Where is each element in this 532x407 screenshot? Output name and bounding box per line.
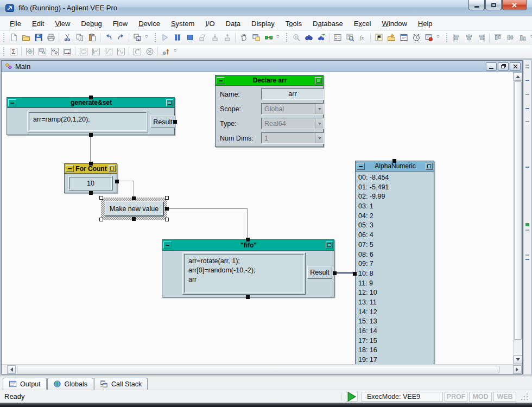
node-titlebar[interactable]: Declare arr bbox=[216, 75, 323, 86]
node-open-button[interactable] bbox=[166, 99, 173, 106]
cut-icon[interactable] bbox=[61, 31, 73, 43]
user-function-icon[interactable] bbox=[36, 46, 48, 58]
view-terminals-icon[interactable] bbox=[250, 31, 262, 43]
data-in-pin[interactable] bbox=[353, 272, 357, 276]
formula-expression-field[interactable]: arr=ramp(20,1,20); bbox=[29, 112, 147, 131]
dropdown-arrow-icon[interactable] bbox=[315, 104, 324, 114]
stop-icon[interactable] bbox=[183, 31, 196, 43]
horizontal-scrollbar[interactable] bbox=[2, 364, 522, 374]
dialog-form-icon[interactable] bbox=[397, 31, 410, 43]
menu-view[interactable]: View bbox=[49, 17, 75, 30]
zoom-tool-icon[interactable] bbox=[290, 31, 302, 43]
pan-hand-icon[interactable] bbox=[237, 31, 250, 43]
timer-clock-icon[interactable] bbox=[410, 31, 422, 43]
node-open-button[interactable] bbox=[426, 163, 433, 170]
close-button[interactable] bbox=[502, 0, 527, 10]
paste-icon[interactable] bbox=[86, 31, 98, 43]
step-out-icon[interactable] bbox=[221, 31, 233, 43]
result-data-pin[interactable] bbox=[173, 120, 177, 124]
sequence-in-pin[interactable] bbox=[132, 196, 136, 200]
dropdown-arrow-icon[interactable] bbox=[315, 118, 324, 129]
tab-output[interactable]: Output bbox=[3, 378, 47, 390]
node-titlebar[interactable]: "fifo" bbox=[162, 240, 334, 251]
dialog-box-icon[interactable] bbox=[61, 46, 73, 58]
data-out-pin[interactable] bbox=[165, 207, 169, 211]
dropdown-arrow-icon[interactable] bbox=[315, 133, 324, 143]
copy-icon[interactable] bbox=[73, 31, 86, 43]
scroll-down-button[interactable] bbox=[514, 355, 522, 364]
open-folder-icon[interactable] bbox=[20, 31, 32, 43]
options-list-icon[interactable] bbox=[331, 31, 344, 43]
step-over-icon[interactable] bbox=[196, 31, 208, 43]
sequence-out-pin[interactable] bbox=[89, 133, 93, 137]
align-middle-icon[interactable] bbox=[504, 31, 516, 43]
align-right-icon[interactable] bbox=[475, 31, 487, 43]
result-output-terminal[interactable]: Result bbox=[150, 116, 175, 128]
vertical-scrollbar[interactable] bbox=[513, 72, 522, 364]
menu-tools[interactable]: Tools bbox=[280, 17, 307, 30]
formula-node-fifo[interactable]: "fifo" arr=rotate(arr, 1);arr[0]=random(… bbox=[162, 239, 334, 297]
user-object-icon[interactable] bbox=[23, 46, 36, 58]
save-icon[interactable] bbox=[32, 31, 45, 43]
scope-dropdown[interactable]: Global bbox=[261, 103, 324, 115]
selection-handle[interactable] bbox=[165, 196, 169, 200]
toolbar-overflow-chevron-icon[interactable] bbox=[172, 46, 180, 58]
sequence-in-pin[interactable] bbox=[89, 96, 93, 99]
make-new-value-label[interactable]: Make new value bbox=[105, 201, 163, 216]
sequence-in-pin[interactable] bbox=[392, 159, 396, 163]
formula-icon[interactable]: Σ bbox=[7, 46, 20, 58]
toolbar-grip[interactable] bbox=[3, 33, 5, 42]
run-icon[interactable] bbox=[159, 31, 171, 43]
minimize-button[interactable] bbox=[468, 0, 485, 10]
result-output-terminal[interactable]: Result bbox=[307, 266, 332, 279]
node-minimize-button[interactable] bbox=[66, 165, 74, 172]
bookmark-flag-icon[interactable] bbox=[372, 31, 385, 43]
variable-name-input[interactable]: arr bbox=[261, 88, 324, 100]
node-minimize-button[interactable] bbox=[357, 163, 365, 170]
menu-database[interactable]: Database bbox=[307, 17, 349, 30]
declare-variable-node[interactable]: Declare arr Name: arr Scope: Gl bbox=[215, 75, 324, 147]
scroll-right-button[interactable] bbox=[513, 365, 522, 374]
menu-device[interactable]: Device bbox=[133, 17, 166, 30]
mod-toggle[interactable]: MOD bbox=[469, 392, 492, 402]
main-window-titlebar[interactable]: Main bbox=[2, 61, 522, 72]
sequence-out-pin[interactable] bbox=[246, 295, 250, 299]
tab-call-stack[interactable]: Call Stack bbox=[94, 378, 148, 390]
selection-handle[interactable] bbox=[99, 196, 103, 200]
align-left-icon[interactable] bbox=[450, 31, 463, 43]
print-icon[interactable] bbox=[45, 31, 57, 43]
web-page-icon[interactable] bbox=[422, 31, 435, 43]
tab-globals[interactable]: Globals bbox=[47, 378, 93, 390]
find-in-files-icon[interactable] bbox=[344, 31, 356, 43]
x-vs-y-icon[interactable] bbox=[102, 46, 115, 58]
find-next-icon[interactable] bbox=[315, 31, 327, 43]
library-icon[interactable] bbox=[48, 46, 61, 58]
oval-shape-icon[interactable] bbox=[77, 46, 90, 58]
align-top-icon[interactable] bbox=[491, 31, 504, 43]
menu-debug[interactable]: Debug bbox=[75, 17, 107, 30]
undo-icon[interactable] bbox=[102, 31, 115, 43]
menu-help[interactable]: Help bbox=[413, 17, 438, 30]
maximize-button[interactable] bbox=[485, 0, 502, 10]
vertical-scroll-thumb[interactable] bbox=[514, 81, 522, 340]
menu-window[interactable]: Window bbox=[377, 17, 413, 30]
activex-icon[interactable] bbox=[131, 46, 143, 58]
count-data-pin[interactable] bbox=[115, 180, 119, 183]
web-toggle[interactable]: WEB bbox=[493, 392, 516, 402]
toolbar-grip[interactable] bbox=[446, 33, 448, 42]
node-open-button[interactable] bbox=[315, 77, 322, 84]
scroll-left-button[interactable] bbox=[7, 365, 16, 374]
menu-excel[interactable]: Excel bbox=[349, 17, 377, 30]
toolbar-overflow-chevron-icon[interactable] bbox=[275, 31, 282, 43]
result-data-pin[interactable] bbox=[333, 271, 337, 275]
default-preferences-icon[interactable] bbox=[131, 31, 143, 43]
cancel-icon[interactable] bbox=[143, 46, 156, 58]
toolbar-overflow-chevron-icon[interactable] bbox=[435, 31, 442, 43]
menu-flow[interactable]: Flow bbox=[107, 17, 133, 30]
profiler-toggle[interactable]: PROF bbox=[445, 392, 467, 402]
program-canvas[interactable]: generate&set arr=ramp(20,1,20); Result bbox=[2, 72, 513, 364]
for-count-node[interactable]: For Count 10 bbox=[64, 163, 117, 193]
node-open-button[interactable] bbox=[326, 241, 333, 249]
properties-icon[interactable] bbox=[385, 31, 397, 43]
toolbar-grip[interactable] bbox=[155, 33, 156, 42]
